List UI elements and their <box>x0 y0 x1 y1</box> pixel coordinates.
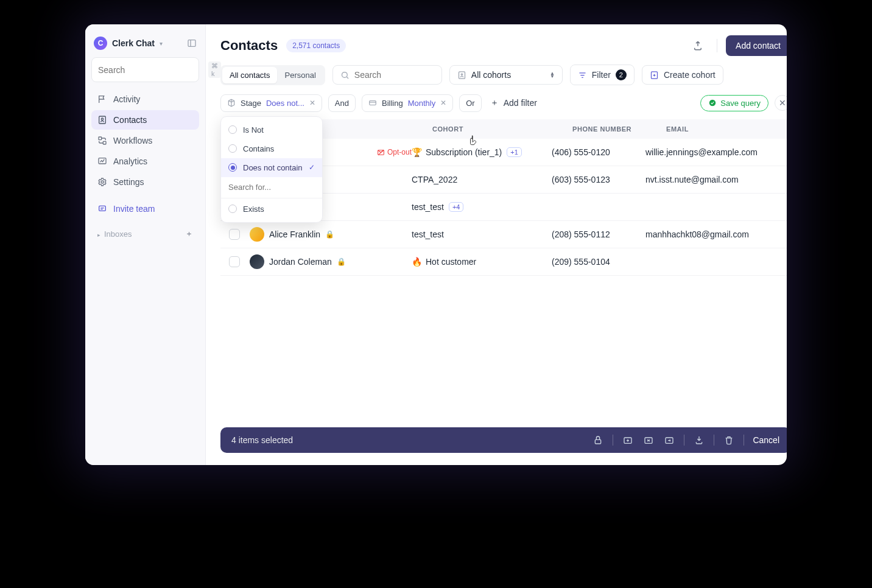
download-icon[interactable] <box>693 435 705 445</box>
filter-icon <box>578 71 587 80</box>
lock-icon: 🔒 <box>337 257 346 266</box>
save-query-button[interactable]: Save query <box>700 95 768 111</box>
flag-icon <box>97 94 107 104</box>
svg-rect-4 <box>99 137 102 140</box>
svg-rect-8 <box>99 206 106 211</box>
chevron-down-icon: ▾ <box>160 40 163 47</box>
invite-icon <box>97 204 107 214</box>
svg-rect-0 <box>188 40 195 47</box>
col-email: EMAIL <box>666 125 782 133</box>
phone-value: (603) 555-0123 <box>552 175 645 184</box>
folder-move-icon[interactable] <box>663 435 675 445</box>
panel-toggle-icon[interactable] <box>187 38 197 48</box>
tab-personal[interactable]: Personal <box>277 67 323 83</box>
sidebar-search-input[interactable] <box>98 65 205 75</box>
cohort-select[interactable]: All cohorts ▲▼ <box>449 65 563 85</box>
trash-icon[interactable] <box>723 435 735 445</box>
add-filter-button[interactable]: ＋ Add filter <box>488 94 540 112</box>
phone-value: (406) 555-0120 <box>552 147 645 157</box>
folder-add-icon[interactable] <box>622 435 634 445</box>
contacts-icon <box>97 115 107 125</box>
email-value: nvt.isst.nute@gmail.com <box>645 175 761 184</box>
dropdown-opt-contains[interactable]: Contains <box>221 139 322 158</box>
chip-value: Does not... <box>266 99 304 108</box>
main: Contacts 2,571 contacts Add contact All … <box>206 24 787 465</box>
dropdown-label: Contains <box>243 144 274 153</box>
view-tabs: All contacts Personal <box>220 65 325 85</box>
chip-remove-icon[interactable]: ✕ <box>440 99 446 107</box>
close-filters-button[interactable]: ✕ <box>775 95 787 111</box>
avatar <box>250 227 264 242</box>
chip-label: Billing <box>382 99 403 108</box>
export-icon[interactable] <box>687 35 708 56</box>
chip-remove-icon[interactable]: ✕ <box>309 99 315 107</box>
select-arrows-icon: ▲▼ <box>550 72 555 78</box>
sidebar-search[interactable]: ⌘ k <box>91 57 199 82</box>
analytics-icon <box>97 156 107 166</box>
nav-label: Analytics <box>113 156 147 166</box>
table-row[interactable]: Alice Franklin 🔒 test_test (208) 555-011… <box>220 221 787 248</box>
filter-op-and[interactable]: And <box>328 94 356 112</box>
filter-chip-billing[interactable]: Billing Monthly ✕ <box>362 94 453 112</box>
toolbar-search[interactable] <box>332 65 442 85</box>
col-phone: PHONE NUMBER <box>572 125 666 133</box>
trophy-icon: 🏆 <box>412 147 422 157</box>
dropdown-opt-exists[interactable]: Exists <box>221 200 322 219</box>
avatar <box>250 254 264 269</box>
sidebar-item-workflows[interactable]: Workflows <box>91 131 199 150</box>
toolbar-search-input[interactable] <box>354 70 461 80</box>
filter-count-badge: 2 <box>616 69 627 80</box>
selection-count: 4 items selected <box>231 435 293 445</box>
sidebar-item-settings[interactable]: Settings <box>91 172 199 192</box>
radio-icon <box>228 205 237 213</box>
more-cohorts-badge[interactable]: +1 <box>507 147 522 157</box>
dropdown-opt-does-not-contain[interactable]: Does not contain ✓ <box>221 158 322 177</box>
add-contact-button[interactable]: Add contact <box>726 35 787 56</box>
check-icon: ✓ <box>309 163 315 172</box>
nav-label: Invite team <box>113 204 155 214</box>
dropdown-search-input[interactable] <box>228 183 315 192</box>
contact-name: Jordan Coleman <box>269 257 332 267</box>
row-checkbox[interactable] <box>229 229 240 240</box>
col-cohort: COHORT <box>432 125 572 133</box>
sidebar-item-activity[interactable]: Activity <box>91 89 199 109</box>
search-icon <box>340 71 350 80</box>
cohort-icon <box>457 71 466 80</box>
cancel-selection-button[interactable]: Cancel <box>753 435 779 445</box>
filter-op-or[interactable]: Or <box>459 94 481 112</box>
radio-icon <box>228 125 237 134</box>
sidebar-item-contacts[interactable]: Contacts <box>91 110 199 130</box>
create-cohort-button[interactable]: Create cohort <box>642 65 723 85</box>
row-checkbox[interactable] <box>229 256 240 267</box>
svg-line-10 <box>346 77 348 79</box>
plus-icon[interactable]: ＋ <box>185 228 193 239</box>
tab-all-contacts[interactable]: All contacts <box>222 67 277 83</box>
filter-row: Stage Does not... ✕ Is Not Contains <box>206 94 787 119</box>
cohort-value: test_test <box>412 229 444 239</box>
dropdown-label: Exists <box>243 205 264 214</box>
gear-icon <box>97 177 107 187</box>
lock-icon[interactable] <box>592 435 604 445</box>
divider <box>717 39 717 52</box>
stage-operator-dropdown: Is Not Contains Does not contain ✓ <box>220 116 323 223</box>
sidebar-item-analytics[interactable]: Analytics <box>91 152 199 171</box>
dropdown-search[interactable] <box>221 177 322 197</box>
svg-point-7 <box>101 181 104 183</box>
nav-label: Contacts <box>113 115 147 125</box>
contacts-count-pill: 2,571 contacts <box>286 39 346 52</box>
filter-chip-stage[interactable]: Stage Does not... ✕ <box>220 94 322 112</box>
sidebar-inboxes[interactable]: ▸Inboxes ＋ <box>91 222 199 239</box>
selection-bar: 4 items selected Cancel <box>220 427 787 453</box>
sidebar-item-invite[interactable]: Invite team <box>91 199 199 219</box>
brand-switcher[interactable]: C Clerk Chat ▾ <box>91 34 199 57</box>
filter-button[interactable]: Filter 2 <box>570 65 635 85</box>
phone-value: (209) 555-0104 <box>552 257 645 267</box>
dropdown-opt-is-not[interactable]: Is Not <box>221 121 322 139</box>
table-row[interactable]: Jordan Coleman 🔒 🔥Hot customer (209) 555… <box>220 248 787 276</box>
cohort-value: CTPA_2022 <box>412 175 457 184</box>
folder-remove-icon[interactable] <box>642 435 655 445</box>
fire-icon: 🔥 <box>412 257 422 267</box>
more-cohorts-badge[interactable]: +4 <box>449 202 464 212</box>
chip-label: And <box>335 99 349 108</box>
brand-logo-icon: C <box>94 37 107 50</box>
